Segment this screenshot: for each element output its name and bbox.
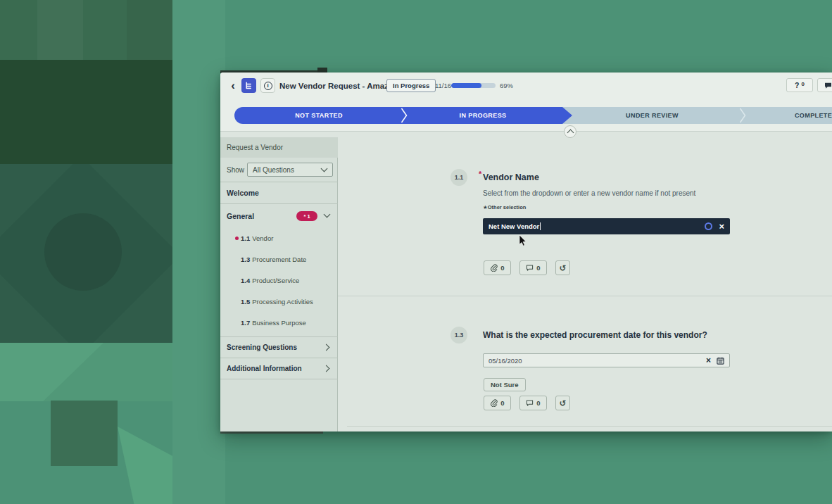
attachments-count: 0	[500, 399, 504, 407]
spinner-icon	[705, 222, 712, 230]
help-count: 0	[801, 81, 804, 87]
procurement-date-input[interactable]: 05/16/2020 ×	[483, 353, 730, 367]
window-title: New Vendor Request - Amazo...	[279, 78, 400, 94]
questions-filter-select[interactable]: All Questions	[247, 163, 333, 177]
progress-bar-fill	[451, 83, 481, 88]
screen: ‹ i New Vendor Request - Amazo... In Pro…	[0, 0, 832, 504]
sidebar-header: Request a Vendor	[220, 137, 338, 158]
back-button[interactable]: ‹	[227, 78, 239, 94]
question-title: Vendor Name	[483, 172, 539, 182]
clear-input-icon[interactable]: ×	[719, 218, 724, 234]
sidebar-item-1-3-procurement-date[interactable]: 1.3 Procurement Date	[220, 248, 338, 270]
attachments-count: 0	[500, 264, 504, 272]
question-icon: ?	[795, 81, 799, 89]
sidebar-section-additional-information[interactable]: Additional Information	[220, 358, 338, 379]
comments-count: 0	[536, 264, 540, 272]
history-icon: ↺	[559, 399, 566, 408]
show-filter-row: Show All Questions	[220, 158, 338, 182]
bg-circle	[44, 213, 122, 291]
collapse-stepper-button[interactable]	[564, 125, 576, 138]
other-selection-tag: ★Other selection	[483, 204, 526, 210]
required-asterisk: *	[479, 170, 481, 178]
stepper-stage-not-started[interactable]: NOT STARTED	[234, 107, 403, 124]
sidebar-header-label: Request a Vendor	[227, 144, 283, 151]
outline-tree-button[interactable]	[241, 78, 256, 93]
bottom-divider	[347, 426, 832, 427]
star-icon: ★	[483, 204, 488, 210]
show-label: Show	[227, 166, 244, 174]
sidebar-item-1-5-processing-activities[interactable]: 1.5 Processing Activities	[220, 291, 338, 312]
sidebar-item-1-7-business-purpose[interactable]: 1.7 Business Purpose	[220, 312, 338, 333]
filter-value: All Questions	[253, 166, 294, 174]
comments-button[interactable]: 0	[519, 260, 547, 275]
attachments-button[interactable]: 0	[484, 260, 511, 275]
sidebar-section-screening-questions[interactable]: Screening Questions	[220, 337, 338, 358]
sidebar-item-welcome[interactable]: Welcome	[220, 182, 338, 203]
bg-teal-rect	[0, 164, 172, 343]
chevron-down-icon	[324, 211, 331, 218]
question-title: What is the expected procurement date fo…	[483, 330, 707, 340]
chevron-right-icon	[323, 365, 330, 372]
question-number-badge: 1.3	[450, 327, 467, 344]
mouse-cursor	[519, 235, 527, 246]
chevron-down-icon	[321, 165, 328, 172]
sidebar-divider	[220, 379, 338, 379]
stepper-stage-in-progress[interactable]: IN PROGRESS	[403, 107, 562, 124]
progress-percent: 69%	[500, 79, 513, 92]
general-alert-badge: *1	[296, 211, 317, 221]
sidebar-item-1-4-product-service[interactable]: 1.4 Product/Service	[220, 270, 338, 291]
comment-icon	[526, 399, 534, 407]
chevron-up-icon	[567, 130, 574, 137]
bg-strip-light	[172, 0, 225, 504]
vendor-name-input[interactable]: Net New Vendor ×	[483, 218, 730, 234]
required-dot-icon	[235, 237, 239, 240]
question-number-badge: 1.1	[450, 169, 467, 186]
comments-button[interactable]: 0	[519, 396, 547, 410]
sidebar: Request a Vendor Show All Questions Welc…	[220, 137, 338, 431]
history-button[interactable]: ↺	[555, 260, 570, 275]
not-sure-button[interactable]: Not Sure	[484, 378, 526, 391]
progress-count: 11/16	[435, 79, 451, 92]
attachments-button[interactable]: 0	[484, 396, 511, 410]
stepper-stage-completed[interactable]: COMPLETED	[749, 107, 832, 124]
stepper-separator-icon	[739, 107, 746, 124]
app-window: ‹ i New Vendor Request - Amazo... In Pro…	[220, 73, 832, 431]
bg-bottom-wedge	[118, 427, 172, 504]
calendar-icon[interactable]	[717, 357, 724, 365]
info-icon: i	[264, 82, 272, 90]
paperclip-icon	[490, 264, 498, 272]
sidebar-item-1-1-vendor[interactable]: 1.1 Vendor	[220, 227, 338, 248]
header-divider	[220, 131, 832, 132]
bg-dark-rect	[0, 60, 172, 164]
tree-icon	[245, 82, 253, 89]
status-badge: In Progress	[386, 79, 436, 92]
stepper-stage-under-review[interactable]: UNDER REVIEW	[562, 107, 742, 124]
question-divider	[338, 296, 832, 296]
question-description: Select from the dropdown or enter a new …	[483, 189, 695, 197]
procurement-date-value: 05/16/2020	[489, 357, 522, 365]
sidebar-item-general[interactable]: General *1	[220, 204, 338, 227]
stepper-separator-icon	[401, 107, 408, 124]
bg-square	[51, 401, 118, 466]
chevron-right-icon	[323, 344, 330, 351]
info-button[interactable]: i	[260, 78, 275, 93]
history-icon: ↺	[559, 264, 566, 272]
comment-icon	[526, 264, 534, 272]
progress-bar	[451, 83, 496, 88]
text-caret	[540, 222, 541, 230]
chat-filled-icon	[824, 82, 832, 89]
comments-count: 0	[536, 399, 540, 407]
vendor-name-value: Net New Vendor	[489, 222, 539, 230]
history-button[interactable]: ↺	[555, 396, 570, 410]
help-button[interactable]: ? 0	[786, 78, 813, 92]
clear-date-icon[interactable]: ×	[706, 354, 711, 367]
paperclip-icon	[490, 399, 498, 407]
chat-button[interactable]: 0	[817, 78, 832, 92]
